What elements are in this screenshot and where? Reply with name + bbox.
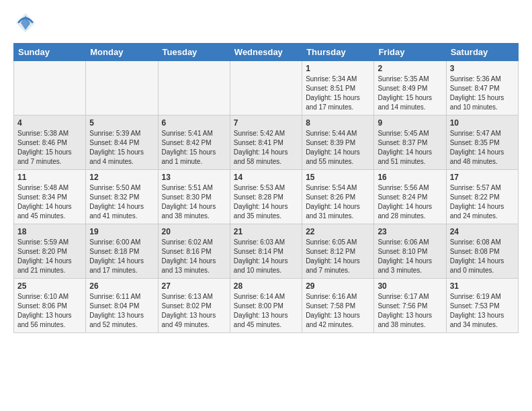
day-info: Sunrise: 5:59 AM Sunset: 8:20 PM Dayligh… xyxy=(17,238,82,275)
day-number: 6 xyxy=(162,118,226,128)
day-number: 8 xyxy=(306,118,370,128)
calendar-week-row: 11Sunrise: 5:48 AM Sunset: 8:34 PM Dayli… xyxy=(14,170,519,224)
day-info: Sunrise: 5:34 AM Sunset: 8:51 PM Dayligh… xyxy=(306,75,370,112)
day-info: Sunrise: 5:53 AM Sunset: 8:28 PM Dayligh… xyxy=(234,183,298,221)
calendar-cell: 12Sunrise: 5:50 AM Sunset: 8:32 PM Dayli… xyxy=(86,170,158,224)
calendar-cell: 19Sunrise: 6:00 AM Sunset: 8:18 PM Dayli… xyxy=(86,224,158,279)
calendar-week-row: 18Sunrise: 5:59 AM Sunset: 8:20 PM Dayli… xyxy=(14,224,519,279)
day-number: 20 xyxy=(162,227,226,236)
day-number: 19 xyxy=(89,227,154,236)
calendar-cell: 4Sunrise: 5:38 AM Sunset: 8:46 PM Daylig… xyxy=(14,116,86,170)
calendar-cell xyxy=(158,61,230,116)
calendar-cell: 22Sunrise: 6:05 AM Sunset: 8:12 PM Dayli… xyxy=(302,224,374,279)
day-info: Sunrise: 5:38 AM Sunset: 8:46 PM Dayligh… xyxy=(17,129,82,167)
weekday-header-friday: Friday xyxy=(374,44,446,61)
weekday-header-monday: Monday xyxy=(86,44,158,61)
day-info: Sunrise: 6:06 AM Sunset: 8:10 PM Dayligh… xyxy=(378,238,442,275)
day-number: 7 xyxy=(234,118,298,128)
calendar-cell: 16Sunrise: 5:56 AM Sunset: 8:24 PM Dayli… xyxy=(374,170,446,224)
page-header xyxy=(13,11,519,35)
day-info: Sunrise: 6:00 AM Sunset: 8:18 PM Dayligh… xyxy=(89,238,154,275)
day-info: Sunrise: 5:51 AM Sunset: 8:30 PM Dayligh… xyxy=(162,183,226,221)
page-container: SundayMondayTuesdayWednesdayThursdayFrid… xyxy=(0,0,532,340)
day-number: 12 xyxy=(89,173,154,182)
day-info: Sunrise: 6:19 AM Sunset: 7:53 PM Dayligh… xyxy=(450,292,515,330)
weekday-header-saturday: Saturday xyxy=(446,44,518,61)
day-number: 10 xyxy=(450,118,515,128)
weekday-header-sunday: Sunday xyxy=(14,44,86,61)
calendar-cell: 28Sunrise: 6:14 AM Sunset: 8:00 PM Dayli… xyxy=(230,279,302,333)
calendar-cell: 13Sunrise: 5:51 AM Sunset: 8:30 PM Dayli… xyxy=(158,170,230,224)
day-info: Sunrise: 6:17 AM Sunset: 7:56 PM Dayligh… xyxy=(378,292,442,330)
calendar-cell: 11Sunrise: 5:48 AM Sunset: 8:34 PM Dayli… xyxy=(14,170,86,224)
day-number: 21 xyxy=(234,227,298,236)
calendar-week-row: 1Sunrise: 5:34 AM Sunset: 8:51 PM Daylig… xyxy=(14,61,519,116)
day-info: Sunrise: 5:57 AM Sunset: 8:22 PM Dayligh… xyxy=(450,183,515,221)
day-info: Sunrise: 5:36 AM Sunset: 8:47 PM Dayligh… xyxy=(450,75,515,112)
calendar-cell: 2Sunrise: 5:35 AM Sunset: 8:49 PM Daylig… xyxy=(374,61,446,116)
day-info: Sunrise: 5:41 AM Sunset: 8:42 PM Dayligh… xyxy=(162,129,226,167)
day-info: Sunrise: 6:10 AM Sunset: 8:06 PM Dayligh… xyxy=(17,292,82,330)
calendar-cell: 29Sunrise: 6:16 AM Sunset: 7:58 PM Dayli… xyxy=(302,279,374,333)
day-number: 5 xyxy=(89,118,154,128)
day-info: Sunrise: 6:08 AM Sunset: 8:08 PM Dayligh… xyxy=(450,238,515,275)
calendar-cell xyxy=(14,61,86,116)
weekday-header-row: SundayMondayTuesdayWednesdayThursdayFrid… xyxy=(14,44,519,61)
day-number: 31 xyxy=(450,281,515,291)
day-info: Sunrise: 5:48 AM Sunset: 8:34 PM Dayligh… xyxy=(17,183,82,221)
calendar-cell: 14Sunrise: 5:53 AM Sunset: 8:28 PM Dayli… xyxy=(230,170,302,224)
day-number: 17 xyxy=(450,173,515,182)
calendar-cell: 7Sunrise: 5:42 AM Sunset: 8:41 PM Daylig… xyxy=(230,116,302,170)
day-number: 14 xyxy=(234,173,298,182)
day-number: 11 xyxy=(17,173,82,182)
calendar-cell: 3Sunrise: 5:36 AM Sunset: 8:47 PM Daylig… xyxy=(446,61,518,116)
day-number: 3 xyxy=(450,64,515,73)
day-number: 13 xyxy=(162,173,226,182)
calendar-cell: 17Sunrise: 5:57 AM Sunset: 8:22 PM Dayli… xyxy=(446,170,518,224)
calendar-cell: 15Sunrise: 5:54 AM Sunset: 8:26 PM Dayli… xyxy=(302,170,374,224)
day-info: Sunrise: 5:56 AM Sunset: 8:24 PM Dayligh… xyxy=(378,183,442,221)
day-number: 16 xyxy=(378,173,442,182)
calendar-cell: 23Sunrise: 6:06 AM Sunset: 8:10 PM Dayli… xyxy=(374,224,446,279)
day-number: 27 xyxy=(162,281,226,291)
calendar-cell: 6Sunrise: 5:41 AM Sunset: 8:42 PM Daylig… xyxy=(158,116,230,170)
day-info: Sunrise: 5:39 AM Sunset: 8:44 PM Dayligh… xyxy=(89,129,154,167)
day-number: 9 xyxy=(378,118,442,128)
day-info: Sunrise: 5:54 AM Sunset: 8:26 PM Dayligh… xyxy=(306,183,370,221)
calendar-cell: 8Sunrise: 5:44 AM Sunset: 8:39 PM Daylig… xyxy=(302,116,374,170)
calendar-cell: 9Sunrise: 5:45 AM Sunset: 8:37 PM Daylig… xyxy=(374,116,446,170)
day-number: 24 xyxy=(450,227,515,236)
day-info: Sunrise: 6:03 AM Sunset: 8:14 PM Dayligh… xyxy=(234,238,298,275)
calendar-cell: 10Sunrise: 5:47 AM Sunset: 8:35 PM Dayli… xyxy=(446,116,518,170)
weekday-header-thursday: Thursday xyxy=(302,44,374,61)
day-info: Sunrise: 6:14 AM Sunset: 8:00 PM Dayligh… xyxy=(234,292,298,330)
day-info: Sunrise: 5:35 AM Sunset: 8:49 PM Dayligh… xyxy=(378,75,442,112)
calendar-cell: 21Sunrise: 6:03 AM Sunset: 8:14 PM Dayli… xyxy=(230,224,302,279)
day-number: 15 xyxy=(306,173,370,182)
day-number: 28 xyxy=(234,281,298,291)
day-number: 4 xyxy=(17,118,82,128)
calendar-cell xyxy=(86,61,158,116)
calendar-cell: 30Sunrise: 6:17 AM Sunset: 7:56 PM Dayli… xyxy=(374,279,446,333)
day-info: Sunrise: 5:42 AM Sunset: 8:41 PM Dayligh… xyxy=(234,129,298,167)
logo xyxy=(13,11,42,35)
day-info: Sunrise: 6:11 AM Sunset: 8:04 PM Dayligh… xyxy=(89,292,154,330)
calendar-cell: 31Sunrise: 6:19 AM Sunset: 7:53 PM Dayli… xyxy=(446,279,518,333)
day-info: Sunrise: 6:13 AM Sunset: 8:02 PM Dayligh… xyxy=(162,292,226,330)
day-number: 25 xyxy=(17,281,82,291)
weekday-header-tuesday: Tuesday xyxy=(158,44,230,61)
day-number: 30 xyxy=(378,281,442,291)
calendar-week-row: 4Sunrise: 5:38 AM Sunset: 8:46 PM Daylig… xyxy=(14,116,519,170)
day-number: 29 xyxy=(306,281,370,291)
weekday-header-wednesday: Wednesday xyxy=(230,44,302,61)
calendar-cell: 20Sunrise: 6:02 AM Sunset: 8:16 PM Dayli… xyxy=(158,224,230,279)
day-info: Sunrise: 5:45 AM Sunset: 8:37 PM Dayligh… xyxy=(378,129,442,167)
day-info: Sunrise: 6:02 AM Sunset: 8:16 PM Dayligh… xyxy=(162,238,226,275)
calendar-cell xyxy=(230,61,302,116)
day-info: Sunrise: 5:47 AM Sunset: 8:35 PM Dayligh… xyxy=(450,129,515,167)
calendar-cell: 24Sunrise: 6:08 AM Sunset: 8:08 PM Dayli… xyxy=(446,224,518,279)
day-info: Sunrise: 6:05 AM Sunset: 8:12 PM Dayligh… xyxy=(306,238,370,275)
day-number: 23 xyxy=(378,227,442,236)
day-info: Sunrise: 6:16 AM Sunset: 7:58 PM Dayligh… xyxy=(306,292,370,330)
logo-icon xyxy=(13,11,38,35)
